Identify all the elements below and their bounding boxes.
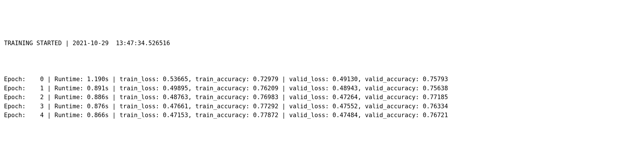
valid-loss-label: valid_loss: (289, 85, 329, 92)
valid-loss-label: valid_loss: (289, 112, 329, 119)
epoch-prefix: Epoch: (4, 94, 26, 101)
train-accuracy-label: train_accuracy: (195, 85, 249, 92)
epoch-prefix: Epoch: (4, 85, 26, 92)
valid-loss-label: valid_loss: (289, 103, 329, 110)
comma: , (358, 103, 361, 110)
epoch-prefix: Epoch: (4, 76, 26, 83)
valid-loss-value: 0.48943 (333, 85, 358, 92)
pipe: | (112, 85, 116, 92)
valid-accuracy-value: 0.76334 (423, 103, 448, 110)
pipe: | (112, 112, 116, 119)
training-started-line: TRAINING STARTED | 2021-10-29 13:47:34.5… (4, 39, 640, 48)
valid-accuracy-label: valid_accuracy: (365, 103, 419, 110)
pipe: | (282, 85, 286, 92)
train-accuracy-label: train_accuracy: (195, 103, 249, 110)
runtime-value: 0.866s (87, 112, 109, 119)
pipe: | (112, 103, 116, 110)
pipe: | (282, 103, 286, 110)
train-loss-label: train_loss: (120, 112, 159, 119)
valid-accuracy-value: 0.76721 (423, 112, 448, 119)
train-accuracy-label: train_accuracy: (195, 112, 249, 119)
epoch-line: Epoch: 0 | Runtime: 1.190s | train_loss:… (4, 75, 640, 84)
epoch-line: Epoch: 2 | Runtime: 0.886s | train_loss:… (4, 93, 640, 102)
comma: , (188, 103, 192, 110)
valid-loss-value: 0.49130 (333, 76, 358, 83)
valid-loss-label: valid_loss: (289, 94, 329, 101)
comma: , (188, 94, 192, 101)
epoch-log-block: Epoch: 0 | Runtime: 1.190s | train_loss:… (4, 75, 640, 120)
valid-accuracy-value: 0.75793 (423, 76, 448, 83)
sep: | (62, 40, 73, 47)
epoch-line: Epoch: 1 | Runtime: 0.891s | train_loss:… (4, 84, 640, 93)
blank-line (4, 129, 640, 138)
pipe: | (47, 112, 51, 119)
train-accuracy-value: 0.76983 (253, 94, 279, 101)
comma: , (188, 76, 192, 83)
runtime-value: 0.891s (87, 85, 109, 92)
train-accuracy-value: 0.76209 (253, 85, 279, 92)
pipe: | (282, 94, 286, 101)
comma: , (188, 85, 192, 92)
pipe: | (47, 94, 51, 101)
runtime-prefix: Runtime: (55, 103, 83, 110)
runtime-value: 0.886s (87, 94, 109, 101)
epoch-line: Epoch: 4 | Runtime: 0.866s | train_loss:… (4, 111, 640, 120)
valid-accuracy-label: valid_accuracy: (365, 76, 419, 83)
train-loss-label: train_loss: (120, 94, 159, 101)
runtime-prefix: Runtime: (55, 85, 83, 92)
train-accuracy-value: 0.72979 (253, 76, 279, 83)
pipe: | (282, 112, 286, 119)
train-loss-label: train_loss: (120, 103, 159, 110)
train-loss-value: 0.48763 (163, 94, 188, 101)
train-accuracy-label: train_accuracy: (195, 94, 249, 101)
train-loss-value: 0.53665 (163, 76, 188, 83)
runtime-prefix: Runtime: (55, 112, 83, 119)
comma: , (358, 112, 361, 119)
train-loss-value: 0.47661 (163, 103, 188, 110)
blank-line (4, 57, 640, 66)
comma: , (358, 94, 361, 101)
valid-accuracy-value: 0.77185 (423, 94, 448, 101)
runtime-prefix: Runtime: (55, 76, 83, 83)
valid-accuracy-value: 0.75638 (423, 85, 448, 92)
valid-loss-value: 0.47264 (333, 94, 358, 101)
epoch-prefix: Epoch: (4, 112, 26, 119)
train-loss-label: train_loss: (120, 76, 159, 83)
comma: , (188, 112, 192, 119)
valid-loss-value: 0.47484 (333, 112, 358, 119)
train-loss-value: 0.47153 (163, 112, 188, 119)
pipe: | (282, 76, 286, 83)
start-timestamp: 2021-10-29 13:47:34.526516 (73, 40, 170, 47)
comma: , (358, 85, 361, 92)
train-loss-label: train_loss: (120, 85, 159, 92)
train-loss-value: 0.49895 (163, 85, 188, 92)
training-started-label: TRAINING STARTED (4, 40, 62, 47)
valid-loss-label: valid_loss: (289, 76, 329, 83)
pipe: | (112, 94, 116, 101)
comma: , (358, 76, 361, 83)
train-accuracy-value: 0.77292 (253, 103, 279, 110)
epoch-prefix: Epoch: (4, 103, 26, 110)
runtime-value: 0.876s (87, 103, 109, 110)
valid-accuracy-label: valid_accuracy: (365, 85, 419, 92)
valid-accuracy-label: valid_accuracy: (365, 94, 419, 101)
runtime-prefix: Runtime: (55, 94, 83, 101)
train-accuracy-label: train_accuracy: (195, 76, 249, 83)
pipe: | (112, 76, 116, 83)
runtime-value: 1.190s (87, 76, 109, 83)
valid-loss-value: 0.47552 (333, 103, 358, 110)
epoch-line: Epoch: 3 | Runtime: 0.876s | train_loss:… (4, 102, 640, 111)
valid-accuracy-label: valid_accuracy: (365, 112, 419, 119)
pipe: | (47, 103, 51, 110)
pipe: | (47, 85, 51, 92)
train-accuracy-value: 0.77872 (253, 112, 279, 119)
pipe: | (47, 76, 51, 83)
